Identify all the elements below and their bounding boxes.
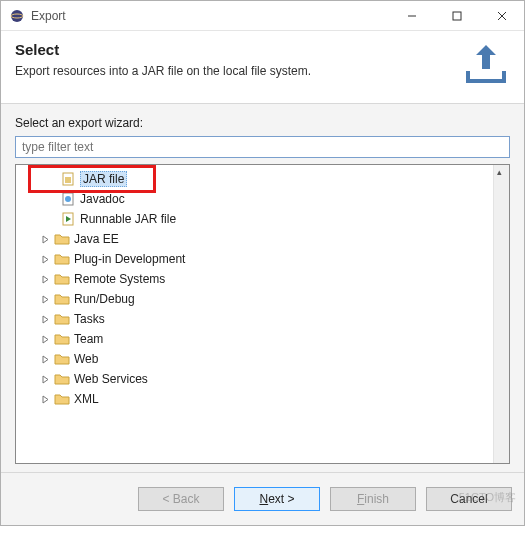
tree-folder-run-debug[interactable]: Run/Debug — [16, 289, 493, 309]
scrollbar[interactable]: ▴ — [493, 165, 509, 463]
export-icon — [462, 41, 510, 89]
titlebar: Export — [1, 1, 524, 31]
dialog-footer: < Back Next > Finish Cancel — [1, 472, 524, 525]
chevron-right-icon[interactable] — [40, 234, 51, 245]
tree-item-label: Java EE — [74, 232, 119, 246]
tree-item-runnable-jar[interactable]: Runnable JAR file — [16, 209, 493, 229]
jar-file-icon — [60, 171, 76, 187]
chevron-right-icon[interactable] — [40, 314, 51, 325]
tree-item-label: XML — [74, 392, 99, 406]
chevron-right-icon[interactable] — [40, 354, 51, 365]
chevron-right-icon[interactable] — [40, 374, 51, 385]
export-dialog: Export Select Export resources into a JA… — [0, 0, 525, 526]
page-description: Export resources into a JAR file on the … — [15, 64, 454, 78]
chevron-right-icon[interactable] — [40, 394, 51, 405]
tree-item-label: Javadoc — [80, 192, 125, 206]
runnable-jar-icon — [60, 211, 76, 227]
tree-folder-web-services[interactable]: Web Services — [16, 369, 493, 389]
filter-input[interactable] — [15, 136, 510, 158]
tree-folder-team[interactable]: Team — [16, 329, 493, 349]
wizard-tree: JAR file Javadoc Runnable JAR file Java … — [15, 164, 510, 464]
dialog-body: Select an export wizard: JAR file Javado… — [1, 104, 524, 472]
tree-item-label: Web Services — [74, 372, 148, 386]
folder-icon — [54, 251, 70, 267]
chevron-right-icon[interactable] — [40, 254, 51, 265]
folder-icon — [54, 291, 70, 307]
chevron-right-icon[interactable] — [40, 294, 51, 305]
chevron-up-icon[interactable]: ▴ — [497, 167, 502, 177]
wizard-label: Select an export wizard: — [15, 116, 510, 130]
close-button[interactable] — [479, 1, 524, 30]
maximize-button[interactable] — [434, 1, 479, 30]
next-button[interactable]: Next > — [234, 487, 320, 511]
tree-item-label: Team — [74, 332, 103, 346]
tree-folder-web[interactable]: Web — [16, 349, 493, 369]
tree-item-jar-file[interactable]: JAR file — [16, 169, 493, 189]
tree-item-label: Web — [74, 352, 98, 366]
folder-icon — [54, 351, 70, 367]
svg-point-0 — [11, 10, 23, 22]
finish-button[interactable]: Finish — [330, 487, 416, 511]
window-title: Export — [31, 9, 389, 23]
svg-rect-3 — [453, 12, 461, 20]
tree-item-label: Run/Debug — [74, 292, 135, 306]
tree-folder-remote-systems[interactable]: Remote Systems — [16, 269, 493, 289]
page-title: Select — [15, 41, 454, 58]
tree-folder-tasks[interactable]: Tasks — [16, 309, 493, 329]
svg-point-9 — [65, 196, 71, 202]
chevron-right-icon[interactable] — [40, 274, 51, 285]
folder-icon — [54, 271, 70, 287]
tree-folder-xml[interactable]: XML — [16, 389, 493, 409]
tree-item-javadoc[interactable]: Javadoc — [16, 189, 493, 209]
javadoc-icon — [60, 191, 76, 207]
tree-item-label: Runnable JAR file — [80, 212, 176, 226]
folder-icon — [54, 391, 70, 407]
dialog-header: Select Export resources into a JAR file … — [1, 31, 524, 104]
svg-rect-7 — [65, 177, 71, 183]
eclipse-icon — [9, 8, 25, 24]
folder-icon — [54, 371, 70, 387]
tree-item-label: Remote Systems — [74, 272, 165, 286]
minimize-button[interactable] — [389, 1, 434, 30]
tree-item-label: Plug-in Development — [74, 252, 185, 266]
folder-icon — [54, 311, 70, 327]
folder-icon — [54, 331, 70, 347]
tree-folder-plugin-dev[interactable]: Plug-in Development — [16, 249, 493, 269]
tree-item-label: Tasks — [74, 312, 105, 326]
chevron-right-icon[interactable] — [40, 334, 51, 345]
cancel-button[interactable]: Cancel — [426, 487, 512, 511]
back-button[interactable]: < Back — [138, 487, 224, 511]
tree-folder-java-ee[interactable]: Java EE — [16, 229, 493, 249]
tree-item-label: JAR file — [80, 171, 127, 187]
folder-icon — [54, 231, 70, 247]
